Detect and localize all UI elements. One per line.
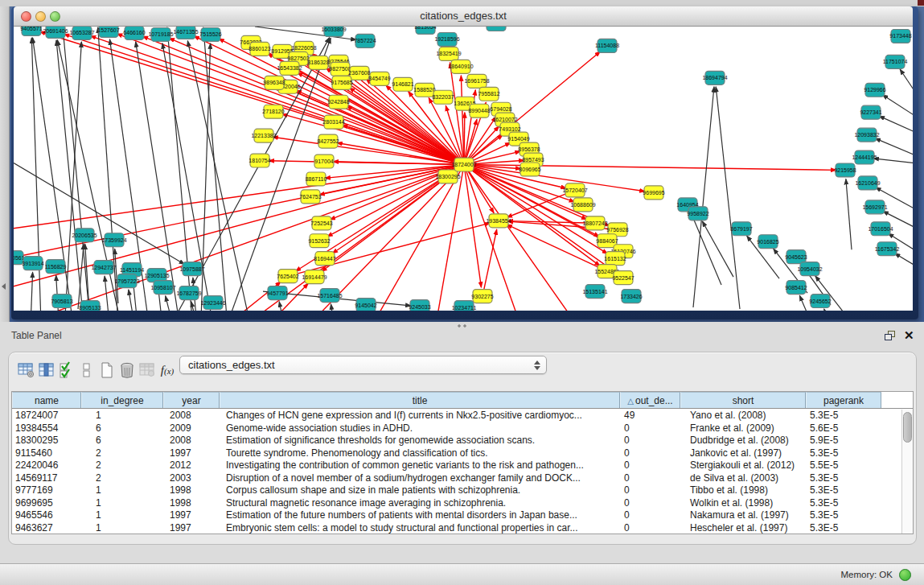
table-cell[interactable]: 0 [620,522,680,534]
network-window[interactable]: citations_edges.txt 94055712069140610653… [11,6,918,319]
table-cell[interactable]: 18300295 [12,435,81,447]
network-window-titlebar[interactable]: citations_edges.txt [14,6,913,27]
node[interactable] [487,27,506,31]
table-row[interactable]: 946362711997Embryonic stem cells: a mode… [12,522,901,534]
table-cell[interactable]: Tibbo et al. (1998) [680,484,806,497]
column-header-in-degree[interactable]: in_degree [81,392,163,408]
table-cell[interactable]: 5.3E-5 [806,472,881,485]
selected-edge[interactable] [288,223,490,276]
column-icon[interactable] [37,360,56,381]
column-header-title[interactable]: title [220,392,620,408]
table-cell[interactable]: Franke et al. (2009) [680,422,806,435]
selected-edge[interactable] [464,113,465,165]
edge[interactable] [716,87,740,309]
table-cell[interactable]: Estimation of significance thresholds fo… [220,435,620,447]
close-panel-icon[interactable]: ✕ [904,328,914,343]
table-cell[interactable]: 19384554 [12,422,81,435]
column-header-pagerank[interactable]: pagerank [806,392,881,408]
table-cell[interactable]: 0 [620,509,680,522]
table-row[interactable]: 1872400712008Changes of HCN gene express… [12,410,901,422]
table-cell[interactable]: 1 [81,410,163,422]
table-cell[interactable]: 2008 [163,410,220,422]
column-header-out-de-[interactable]: △out_de... [620,392,680,408]
table-cell[interactable]: 2012 [163,459,220,472]
edge[interactable] [900,69,913,91]
table-row[interactable]: 1456911722003Disruption of a novel membe… [12,472,901,485]
table-cell[interactable]: 9777169 [12,484,81,497]
edge[interactable] [331,304,337,311]
table-cell[interactable]: 5.6E-5 [806,422,881,435]
table-cell[interactable]: de Silva et al. (2003) [680,472,806,485]
table-cell[interactable]: 6 [81,435,163,447]
selected-edge[interactable] [483,229,497,296]
table-cell[interactable]: 2009 [163,422,220,435]
table-cell[interactable]: Hescheler et al. (1997) [680,522,806,534]
edge[interactable] [824,309,842,311]
edge[interactable] [702,221,733,277]
table-cell[interactable]: 9115460 [12,447,81,460]
edge[interactable] [129,290,138,311]
table-cell[interactable]: 1998 [163,497,220,510]
edge[interactable] [30,272,33,311]
table-cell[interactable]: 49 [620,410,680,422]
table-cell[interactable]: 5.3E-5 [806,410,881,422]
table-cell[interactable]: Corpus callosum shape and size in male p… [220,484,620,497]
table-cell[interactable]: 1998 [163,484,220,497]
function-builder-icon[interactable]: f(x) [158,360,177,381]
splitter-handle[interactable] [457,324,468,328]
select-all-icon[interactable] [57,360,76,381]
table-row[interactable]: 911546021997Tourette syndrome. Phenomeno… [12,447,901,460]
table-cell[interactable]: 22420046 [12,459,81,472]
table-cell[interactable]: Jankovic et al. (1997) [680,447,806,460]
edge[interactable] [63,27,92,311]
table-cell[interactable]: 0 [620,484,680,497]
table-cell[interactable]: Dudbridge et al. (2008) [680,435,806,447]
edge[interactable] [882,95,913,117]
table-cell[interactable]: 0 [620,497,680,510]
citation-network-graph[interactable]: 9405571206914061065328715276076466160107… [14,27,913,311]
edge[interactable] [691,212,721,285]
table-cell[interactable]: 5.5E-5 [806,459,881,472]
table-cell[interactable]: 1 [81,509,163,522]
table-cell[interactable]: 0 [620,459,680,472]
table-cell[interactable]: 1997 [163,522,220,534]
table-row[interactable]: 977716911998Corpus callosum shape and si… [12,484,901,497]
table-cell[interactable]: Structural magnetic resonance image aver… [220,497,620,510]
scrollbar-thumb[interactable] [903,412,912,443]
table-cell[interactable]: Genome-wide association studies in ADHD. [220,422,620,435]
table-cell[interactable]: Changes of HCN gene expression and I(f) … [220,410,620,422]
table-cell[interactable]: 5.3E-5 [806,484,881,497]
edge[interactable] [14,163,185,265]
column-header-short[interactable]: short [680,392,806,408]
table-cell[interactable]: 2003 [163,472,220,485]
table-cell[interactable]: 0 [620,422,680,435]
column-header-name[interactable]: name [12,392,81,408]
table-cell[interactable]: Nakamura et al. (1997) [680,509,806,522]
table-row[interactable]: 946554611997Estimation of the future num… [12,509,901,522]
new-document-icon[interactable] [97,360,117,381]
table-cell[interactable]: Disruption of a novel member of a sodium… [220,472,620,485]
table-cell[interactable]: 2008 [163,435,220,447]
unselect-all-icon[interactable] [77,360,97,381]
table-cell[interactable]: 9465546 [12,509,81,522]
table-row[interactable]: 969969511998Structural magnetic resonanc… [12,497,901,510]
panel-collapse-arrow-icon[interactable] [2,283,6,290]
table-cell[interactable]: 9699695 [12,497,81,510]
table-cell[interactable]: 5.3E-5 [806,447,881,460]
table-row[interactable]: 1830029562008Estimation of significance … [12,435,901,447]
table-cell[interactable]: 1 [81,484,163,497]
edge[interactable] [894,253,913,269]
table-row[interactable]: 2242004622012Investigating the contribut… [12,459,901,472]
edge[interactable] [693,87,714,307]
table-cell[interactable]: 5.9E-5 [806,435,881,447]
table-cell[interactable]: Embryonic stem cells: a model to study s… [220,522,620,534]
table-cell[interactable]: 1 [81,522,163,534]
table-cell[interactable]: 1997 [163,509,220,522]
table-cell[interactable]: Stergiakouli et al. (2012) [680,459,806,472]
table-row[interactable]: 1938455462009Genome-wide association stu… [12,422,901,435]
table-cell[interactable]: 2 [81,459,163,472]
table-cell[interactable]: Estimation of the future numbers of pati… [220,509,620,522]
table-cell[interactable]: Wolkin et al. (1998) [680,497,806,510]
table-cell[interactable]: Investigating the contribution of common… [220,459,620,472]
network-canvas[interactable]: 9405571206914061065328715276076466160107… [14,27,913,311]
